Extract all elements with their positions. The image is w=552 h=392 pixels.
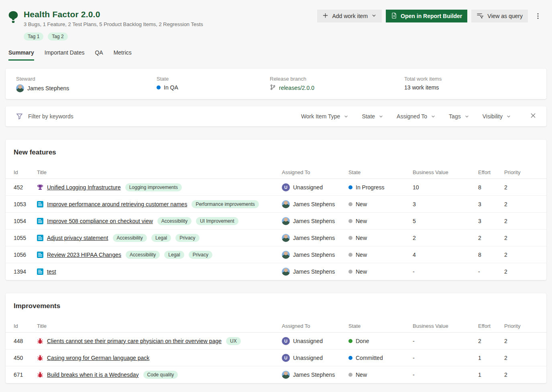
business-value-cell: - (413, 355, 478, 361)
filter-work-item-type-dropdown[interactable]: Work Item Type (301, 113, 349, 120)
assigned-to-cell: UUnassigned (282, 354, 348, 362)
release-info-card: Steward James Stephens State In QA Relea… (6, 69, 546, 99)
effort-cell: 3 (478, 218, 504, 224)
effort-cell: 1 (478, 355, 504, 361)
query-filter-icon (477, 12, 484, 20)
effort-cell: 2 (478, 235, 504, 241)
state-label: New (356, 218, 367, 224)
total-work-items-value: 13 work items (404, 84, 439, 91)
state-label: Committed (356, 355, 383, 361)
work-item-tag: Accessibility (157, 217, 191, 225)
column-header-id: Id (14, 323, 37, 329)
release-state-dot (157, 85, 161, 89)
filter-state-dropdown[interactable]: State (362, 113, 383, 120)
git-branch-icon (270, 84, 276, 91)
table-row: 1053Improve performance around retrievin… (6, 196, 546, 213)
more-actions-kebab-button[interactable] (532, 10, 544, 22)
tab-metrics[interactable]: Metrics (114, 49, 132, 61)
assigned-to-cell: James Stephens (282, 268, 348, 276)
unassigned-avatar: U (282, 354, 290, 362)
pbi-icon (37, 268, 43, 275)
table-row: 1394testJames StephensNew--2 (6, 263, 546, 280)
release-branch-link[interactable]: releases/2.0.0 (279, 85, 314, 91)
column-header-assigned-to: Assigned To (282, 323, 348, 329)
work-item-link[interactable]: Casing wrong for German language pack (47, 355, 149, 361)
view-as-query-button[interactable]: View as query (471, 10, 528, 22)
work-item-link[interactable]: Improve 508 compliance on checkout view (47, 218, 153, 224)
effort-cell: 8 (478, 252, 504, 258)
priority-cell: 2 (504, 355, 538, 361)
steward-label: Steward (16, 76, 157, 82)
assigned-to-cell: James Stephens (282, 251, 348, 259)
assigned-to-cell: UUnassigned (282, 337, 348, 345)
column-header-title: Title (37, 169, 282, 175)
work-item-id: 1056 (14, 252, 37, 258)
work-item-link[interactable]: Adjust privacy statement (47, 235, 108, 241)
column-header-business-value: Business Value (413, 169, 478, 175)
work-item-link[interactable]: Improve performance around retrieving cu… (47, 201, 187, 207)
section-title: New features (6, 140, 546, 156)
filter-assigned-to-dropdown[interactable]: Assigned To (397, 113, 436, 120)
table-row: 1056Review 2023 HIPAA ChangesAccessibili… (6, 246, 546, 263)
release-state-field: State In QA (157, 76, 270, 92)
tab-summary[interactable]: Summary (8, 49, 34, 61)
priority-cell: 2 (504, 235, 538, 241)
user-avatar (282, 371, 290, 379)
work-item-title-cell: test (37, 268, 282, 275)
work-item-link[interactable]: Build breaks when it is a Wednesday (47, 372, 139, 378)
work-item-tag: Legal (151, 234, 171, 242)
assignee-name: Unassigned (293, 355, 323, 361)
release-tags: Tag 1 Tag 2 (24, 32, 203, 41)
assignee-name: James Stephens (293, 218, 335, 224)
chevron-down-icon (379, 114, 383, 119)
work-item-link[interactable]: Unified Logging Infrastructure (47, 184, 121, 191)
tab-important-dates[interactable]: Important Dates (45, 49, 85, 61)
state-cell: New (348, 235, 413, 241)
release-tag: Tag 2 (48, 32, 67, 41)
release-title-block: Health Factor 2.0.0 3 Bugs, 1 Feature, 2… (24, 10, 203, 41)
keyword-filter-input[interactable] (28, 113, 157, 120)
tab-bar: Summary Important Dates QA Metrics (8, 49, 546, 61)
work-item-link[interactable]: Clients cannot see their primary care ph… (47, 338, 222, 344)
effort-cell: 1 (478, 372, 504, 378)
chevron-down-icon (431, 114, 436, 119)
pbi-icon (37, 201, 43, 207)
unassigned-avatar: U (282, 337, 290, 345)
filter-tags-dropdown[interactable]: Tags (449, 113, 469, 120)
state-dot (348, 356, 352, 360)
release-branch-label: Release branch (270, 76, 404, 82)
state-dot (348, 236, 352, 240)
add-work-item-button[interactable]: Add work item (317, 10, 382, 22)
state-cell: Committed (348, 355, 413, 361)
column-header-id: Id (14, 169, 37, 175)
assignee-name: James Stephens (293, 201, 335, 207)
add-work-item-label: Add work item (332, 13, 368, 19)
tab-qa[interactable]: QA (95, 49, 103, 61)
business-value-cell: 2 (413, 235, 478, 241)
work-item-tag: UX (226, 337, 241, 345)
page-header: Health Factor 2.0.0 3 Bugs, 1 Feature, 2… (6, 0, 546, 41)
work-item-id: 450 (14, 355, 37, 361)
state-cell: In Progress (348, 184, 413, 191)
state-label: In Progress (356, 184, 385, 191)
release-summary-page: Health Factor 2.0.0 3 Bugs, 1 Feature, 2… (0, 0, 552, 383)
business-value-cell: - (413, 268, 478, 275)
state-dot (348, 219, 352, 223)
state-label: New (356, 268, 367, 275)
filter-visibility-dropdown[interactable]: Visibility (483, 113, 511, 120)
effort-cell: 2 (478, 338, 504, 344)
column-header-priority: Priority (504, 169, 538, 175)
work-item-tag: Accessibility (126, 251, 160, 259)
work-item-title-cell: Improve performance around retrieving cu… (37, 200, 282, 208)
clear-filter-close-icon[interactable] (530, 113, 536, 120)
open-report-builder-button[interactable]: Open in Report Builder (386, 10, 467, 22)
assignee-name: James Stephens (293, 268, 335, 275)
work-item-title-cell: Adjust privacy statementAccessibilityLeg… (37, 234, 282, 242)
state-dot (348, 202, 352, 206)
work-item-link[interactable]: test (47, 268, 56, 275)
document-icon (391, 12, 397, 20)
state-cell: New (348, 268, 413, 275)
user-avatar (282, 251, 290, 259)
work-item-link[interactable]: Review 2023 HIPAA Changes (47, 252, 121, 258)
state-dot (348, 253, 352, 257)
